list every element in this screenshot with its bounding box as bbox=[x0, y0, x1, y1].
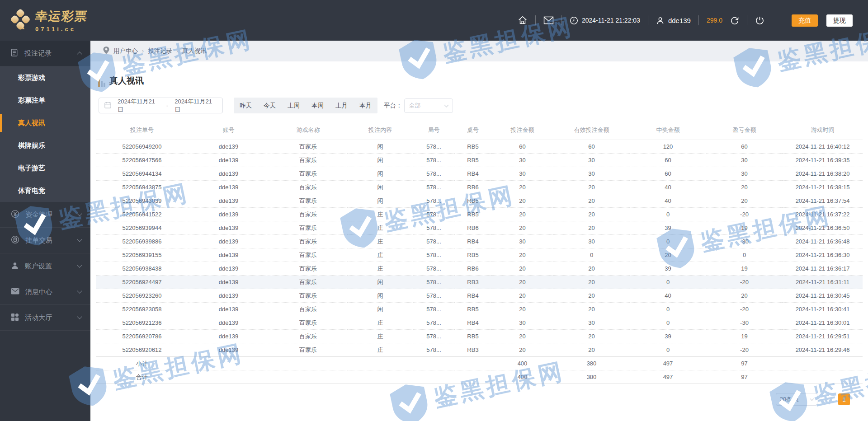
col-order-id: 投注单号 bbox=[96, 120, 188, 140]
chevron-up-icon bbox=[77, 51, 82, 56]
date-from: 2024年11月21日 bbox=[118, 98, 160, 114]
page-size-select[interactable]: 20条/页 bbox=[776, 393, 817, 406]
quick-filter-this-week[interactable]: 本周 bbox=[306, 98, 330, 113]
title-bars-icon bbox=[98, 78, 105, 87]
table-row: 522056923260dde139 百家乐闲 578...RB4 2020 4… bbox=[96, 289, 863, 303]
pagination: 20条/页 1 bbox=[90, 393, 850, 406]
filter-bar: 2024年11月21日 - 2024年11月21日 昨天 今天 上周 本周 上月… bbox=[99, 98, 868, 113]
col-valid-bet-amount: 有效投注金额 bbox=[553, 120, 630, 140]
chevron-down-icon bbox=[77, 314, 82, 319]
logo-title: 幸运彩票 bbox=[34, 8, 89, 24]
table-row: 522056941522dde139 百家乐庄 578...RB5 2020 0… bbox=[96, 208, 863, 221]
sidebar-section-pending-trades[interactable]: 挂单交易 bbox=[0, 228, 90, 253]
breadcrumb-item-live-video: 真人视讯 bbox=[182, 47, 207, 55]
home-icon[interactable] bbox=[518, 15, 528, 25]
sidebar-item-live-video[interactable]: 真人视讯 bbox=[0, 112, 90, 134]
sidebar-item-sports-esports[interactable]: 体育电竞 bbox=[0, 179, 90, 202]
table-row: 522056939944dde139 百家乐庄 578...RB6 2020 3… bbox=[96, 221, 863, 235]
quick-filter-today[interactable]: 今天 bbox=[258, 98, 282, 113]
divider bbox=[535, 15, 536, 25]
sidebar-section-label: 投注记录 bbox=[24, 49, 52, 58]
subtotal-label: 小计 bbox=[96, 357, 188, 370]
total-valid: 380 bbox=[553, 370, 630, 384]
breadcrumb-separator: › bbox=[142, 48, 144, 54]
col-win-amount: 中奖金额 bbox=[630, 120, 706, 140]
platform-label: 平台： bbox=[384, 102, 402, 110]
table-row: 522056923058dde139 百家乐闲 578...RB5 2020 0… bbox=[96, 303, 863, 316]
total-label: 合计 bbox=[96, 370, 188, 384]
total-bet: 400 bbox=[491, 370, 553, 384]
mail-icon[interactable] bbox=[543, 16, 554, 24]
table-header-row: 投注单号 账号 游戏名称 投注内容 局号 桌号 投注金额 有效投注金额 中奖金额… bbox=[96, 120, 863, 140]
logo[interactable]: 幸运彩票 0711i.cc bbox=[0, 8, 95, 33]
sidebar-item-lottery-orders[interactable]: 彩票注单 bbox=[0, 89, 90, 112]
total-win: 497 bbox=[630, 370, 706, 384]
col-game-name: 游戏名称 bbox=[269, 120, 347, 140]
table-row: 522056938438dde139 百家乐庄 578...RB6 2020 3… bbox=[96, 262, 863, 276]
page-number-button[interactable]: 1 bbox=[838, 393, 850, 405]
quick-filter-this-month[interactable]: 本月 bbox=[354, 98, 377, 113]
subtotal-valid: 380 bbox=[553, 357, 630, 370]
col-account: 账号 bbox=[188, 120, 269, 140]
user-icon bbox=[656, 16, 665, 25]
location-pin-icon bbox=[103, 47, 109, 56]
table-row: 522056947566dde139 百家乐闲 578...RB5 3030 6… bbox=[96, 154, 863, 167]
sidebar-item-electronic-games[interactable]: 电子游艺 bbox=[0, 157, 90, 179]
subtotal-bet: 400 bbox=[491, 357, 553, 370]
quick-filter-last-month[interactable]: 上月 bbox=[330, 98, 354, 113]
table-row: 522056921236dde139 百家乐庄 578...RB4 3030 0… bbox=[96, 316, 863, 330]
main-content: 用户中心 › 投注记录 › 真人视讯 真人视讯 2024年11月21日 - 20… bbox=[90, 41, 868, 421]
page-title-block: 真人视讯 bbox=[98, 75, 868, 87]
breadcrumb-separator: › bbox=[176, 48, 178, 54]
page-title: 真人视讯 bbox=[109, 75, 144, 87]
sidebar-section-bet-records[interactable]: 投注记录 bbox=[0, 41, 90, 66]
sidebar-item-board-games[interactable]: 棋牌娱乐 bbox=[0, 134, 90, 157]
sidebar-section-activity-hall[interactable]: 活动大厅 bbox=[0, 305, 90, 331]
record-icon bbox=[11, 48, 19, 58]
money-icon bbox=[11, 210, 19, 220]
subtotal-win: 497 bbox=[630, 357, 706, 370]
table-row: 522056949200dde139 百家乐闲 578...RB5 6060 1… bbox=[96, 140, 863, 154]
table-row: 522056924497dde139 百家乐闲 578...RB3 2020 0… bbox=[96, 276, 863, 289]
breadcrumb: 用户中心 › 投注记录 › 真人视讯 bbox=[90, 41, 868, 61]
breadcrumb-item-user-center[interactable]: 用户中心 bbox=[113, 47, 138, 55]
date-range-input[interactable]: 2024年11月21日 - 2024年11月21日 bbox=[99, 98, 223, 113]
user-menu[interactable]: dde139 bbox=[656, 16, 691, 25]
recharge-button[interactable]: 充值 bbox=[792, 14, 818, 27]
activity-icon bbox=[11, 313, 19, 323]
clock-icon bbox=[570, 16, 578, 25]
chevron-down-icon bbox=[77, 237, 82, 242]
chevron-down-icon bbox=[77, 262, 82, 267]
clover-logo-icon bbox=[10, 8, 31, 33]
top-header: 幸运彩票 0711i.cc 2024-11-21 21:22:03 dde139… bbox=[0, 0, 868, 41]
header-time: 2024-11-21 21:22:03 bbox=[582, 17, 640, 24]
person-icon bbox=[11, 262, 19, 271]
table-row: 522056920786dde139 百家乐庄 578...RB5 2020 3… bbox=[96, 330, 863, 343]
sidebar-section-account-settings[interactable]: 账户设置 bbox=[0, 253, 90, 279]
sidebar-item-lottery-games[interactable]: 彩票游戏 bbox=[0, 66, 90, 89]
divider bbox=[648, 15, 648, 25]
quick-date-filters: 昨天 今天 上周 本周 上月 本月 bbox=[234, 98, 377, 113]
divider bbox=[561, 15, 562, 25]
quick-filter-last-week[interactable]: 上周 bbox=[282, 98, 306, 113]
calendar-icon bbox=[104, 102, 111, 110]
refresh-icon[interactable] bbox=[730, 16, 739, 25]
table-row: 522056944134dde139 百家乐闲 578...RB4 3030 6… bbox=[96, 167, 863, 181]
power-icon[interactable] bbox=[755, 16, 764, 25]
username: dde139 bbox=[668, 17, 691, 24]
withdraw-button[interactable]: 提现 bbox=[826, 14, 853, 27]
sidebar-section-message-center[interactable]: 消息中心 bbox=[0, 279, 90, 305]
chevron-down-icon bbox=[77, 288, 82, 293]
breadcrumb-item-bet-records[interactable]: 投注记录 bbox=[148, 47, 172, 55]
sidebar-section-funds[interactable]: 资金管理 bbox=[0, 202, 90, 228]
divider bbox=[698, 15, 699, 25]
quick-filter-yesterday[interactable]: 昨天 bbox=[234, 98, 258, 113]
coins-icon bbox=[11, 235, 19, 245]
chevron-down-icon bbox=[77, 211, 82, 216]
date-to: 2024年11月21日 bbox=[175, 98, 217, 114]
table-body: 522056949200dde139 百家乐闲 578...RB5 6060 1… bbox=[96, 140, 863, 357]
col-game-time: 游戏时间 bbox=[783, 120, 863, 140]
platform-select[interactable]: 全部 bbox=[404, 98, 453, 113]
logo-subtitle: 0711i.cc bbox=[35, 26, 88, 33]
col-profit-loss: 盈亏金额 bbox=[706, 120, 783, 140]
